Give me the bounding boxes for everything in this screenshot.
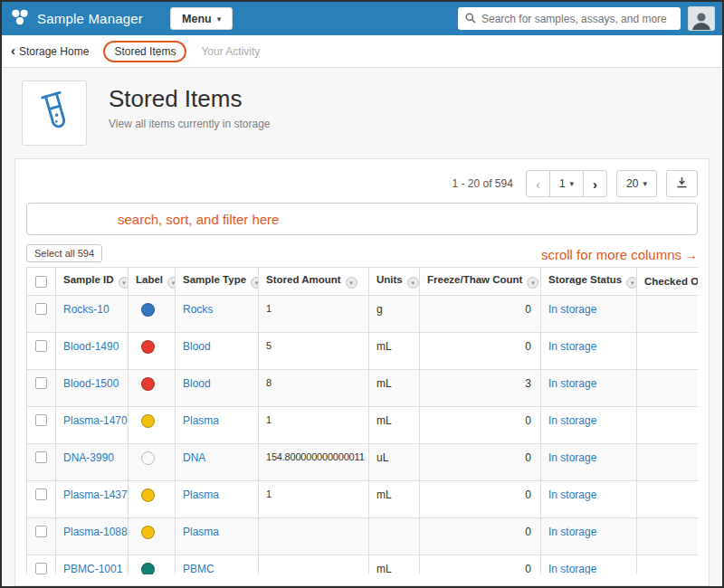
column-header-stored-amount[interactable]: Stored Amount: [259, 268, 369, 296]
sample-type-link[interactable]: DNA: [183, 451, 205, 464]
sample-id-link[interactable]: DNA-3990: [63, 451, 114, 464]
right-arrow-icon: [681, 247, 698, 262]
search-input[interactable]: [481, 13, 673, 25]
table-row: Plasma-1088 Plasma 0 In storage: [27, 518, 699, 555]
freeze-thaw-cell: 0: [420, 296, 541, 333]
column-menu-icon[interactable]: [119, 277, 129, 289]
select-all-checkbox[interactable]: [35, 276, 47, 288]
page-select-button[interactable]: 1: [549, 170, 584, 197]
tab-your-activity[interactable]: Your Activity: [201, 45, 260, 58]
checked-out-cell: [637, 333, 699, 370]
grid-panel: 1 - 20 of 594 1 20 search, sort, and fil…: [14, 158, 710, 586]
color-label-dot: [141, 340, 155, 354]
sample-id-link[interactable]: PBMC-1001: [63, 563, 122, 574]
chevron-down-icon: [217, 13, 222, 25]
row-checkbox[interactable]: [35, 340, 47, 352]
global-search[interactable]: [458, 7, 681, 30]
storage-status-link[interactable]: In storage: [548, 488, 596, 501]
checked-out-cell: [637, 481, 699, 518]
storage-status-link[interactable]: In storage: [548, 414, 596, 427]
storage-status-link[interactable]: In storage: [548, 451, 596, 464]
row-checkbox[interactable]: [35, 488, 47, 500]
prev-page-button[interactable]: [526, 170, 550, 197]
sample-type-link[interactable]: Plasma: [183, 414, 219, 427]
storage-status-link[interactable]: In storage: [548, 563, 596, 574]
storage-status-link[interactable]: In storage: [548, 377, 596, 390]
color-label-dot: [141, 451, 155, 465]
column-header-units[interactable]: Units: [369, 268, 420, 296]
download-icon: [676, 176, 688, 191]
storage-status-link[interactable]: In storage: [548, 340, 596, 353]
checked-out-cell: [637, 518, 699, 555]
sample-type-link[interactable]: PBMC: [183, 563, 214, 574]
row-checkbox[interactable]: [35, 377, 47, 389]
sample-type-link[interactable]: Plasma: [183, 488, 219, 501]
checked-out-cell: [637, 296, 699, 333]
filter-annotation: search, sort, and filter here: [118, 212, 279, 227]
column-header-checked-out[interactable]: Checked Ou: [637, 268, 699, 296]
back-storage-home-link[interactable]: Storage Home: [11, 44, 89, 59]
row-checkbox[interactable]: [35, 303, 47, 315]
grid-filter-bar[interactable]: search, sort, and filter here: [26, 203, 698, 235]
sample-id-link[interactable]: Plasma-1088: [63, 526, 128, 538]
tab-bar: Storage Home Stored Items Your Activity: [2, 35, 722, 68]
next-page-button[interactable]: [583, 170, 607, 197]
app-title: Sample Manager: [37, 11, 143, 26]
user-avatar[interactable]: [688, 6, 715, 31]
export-button[interactable]: [666, 170, 698, 197]
column-menu-icon[interactable]: [407, 277, 419, 289]
sample-id-link[interactable]: Blood-1490: [63, 340, 119, 353]
table-row: Blood-1500 Blood 8 mL 3 In storage: [27, 370, 699, 407]
table-row: Plasma-1470 Plasma 1 mL 0 In storage: [27, 407, 699, 444]
storage-status-link[interactable]: In storage: [548, 526, 596, 538]
column-menu-icon[interactable]: [626, 277, 636, 289]
freeze-thaw-cell: 0: [420, 444, 541, 481]
chevron-left-icon: [11, 44, 15, 59]
grid-scroll-area[interactable]: Sample ID Label Sample Type Stored Amoun…: [26, 267, 698, 574]
column-header-sample-id[interactable]: Sample ID: [56, 268, 129, 296]
column-header-freeze-thaw[interactable]: Freeze/Thaw Count: [420, 268, 541, 296]
top-bar: Sample Manager Menu: [2, 2, 722, 35]
sample-id-link[interactable]: Plasma-1470: [63, 414, 128, 427]
units-cell: g: [369, 296, 420, 333]
column-menu-icon[interactable]: [346, 277, 357, 289]
sample-type-link[interactable]: Rocks: [183, 303, 213, 316]
table-row: DNA-3990 DNA 154.800000000000011 uL 0 In…: [27, 444, 699, 481]
chevron-down-icon: [570, 177, 575, 190]
table-row: Rocks-10 Rocks 1 g 0 In storage: [27, 296, 699, 333]
checked-out-cell: [637, 370, 699, 407]
sample-type-link[interactable]: Plasma: [183, 526, 219, 538]
column-header-sample-type[interactable]: Sample Type: [176, 268, 259, 296]
app-logo-icon: [9, 6, 31, 32]
table-row: Plasma-1437 Plasma 1 mL 0 In storage: [27, 481, 699, 518]
row-checkbox[interactable]: [35, 451, 47, 463]
chevron-down-icon: [643, 177, 647, 190]
units-cell: mL: [369, 370, 420, 407]
stored-amount-cell: 154.800000000000011: [259, 444, 369, 481]
column-menu-icon[interactable]: [527, 277, 538, 289]
sample-id-link[interactable]: Plasma-1437: [63, 488, 128, 501]
sample-id-link[interactable]: Rocks-10: [63, 303, 110, 316]
column-header-storage-status[interactable]: Storage Status: [541, 268, 637, 296]
stored-amount-cell: 5: [259, 333, 369, 370]
freeze-thaw-cell: 0: [420, 555, 541, 575]
stored-amount-cell: [259, 555, 369, 575]
row-checkbox[interactable]: [35, 563, 47, 574]
column-menu-icon[interactable]: [167, 277, 175, 289]
sample-type-link[interactable]: Blood: [183, 340, 211, 353]
row-checkbox[interactable]: [35, 526, 47, 537]
search-icon: [465, 11, 476, 27]
page-size-button[interactable]: 20: [616, 170, 657, 197]
menu-button[interactable]: Menu: [170, 7, 233, 30]
chevron-left-icon: [536, 177, 540, 191]
tab-stored-items[interactable]: Stored Items: [103, 41, 186, 62]
units-cell: mL: [369, 481, 420, 518]
color-label-dot: [141, 526, 155, 539]
sample-type-link[interactable]: Blood: [183, 377, 211, 390]
sample-id-link[interactable]: Blood-1500: [63, 377, 119, 390]
select-all-button[interactable]: Select all 594: [26, 244, 102, 262]
column-menu-icon[interactable]: [251, 277, 258, 289]
row-checkbox[interactable]: [35, 414, 47, 426]
storage-status-link[interactable]: In storage: [548, 303, 596, 316]
column-header-label[interactable]: Label: [129, 268, 176, 296]
